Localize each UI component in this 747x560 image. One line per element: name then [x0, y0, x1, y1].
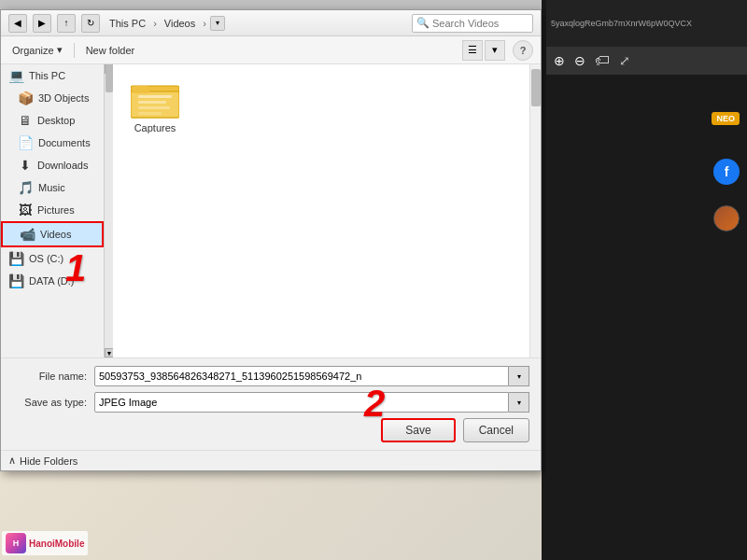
- documents-icon: 📄: [18, 135, 34, 150]
- sidebar-item-videos[interactable]: 📹 Videos: [1, 221, 104, 247]
- search-box[interactable]: 🔍: [412, 14, 533, 33]
- breadcrumb-path: This PC › Videos › ▾: [106, 16, 406, 31]
- sidebar-scrollbar[interactable]: ▲ ▼: [104, 64, 113, 357]
- svg-rect-7: [138, 106, 170, 109]
- sidebar-item-downloads[interactable]: ⬇ Downloads: [1, 154, 104, 176]
- sidebar-item-pictures[interactable]: 🖼 Pictures: [1, 199, 104, 221]
- hide-folders-arrow: ∧: [8, 455, 16, 467]
- sidebar-item-data-d[interactable]: 💾 DATA (D:): [1, 270, 104, 292]
- neo-badge: NEO: [712, 112, 740, 125]
- pictures-icon: 🖼: [18, 203, 33, 217]
- hide-folders-bar[interactable]: ∧ Hide Folders: [1, 450, 541, 470]
- main-scrollbar[interactable]: [529, 64, 541, 357]
- save-type-input-group: ▾: [94, 392, 529, 413]
- zoom-out-icon[interactable]: ⊖: [574, 53, 585, 68]
- sidebar-item-music[interactable]: 🎵 Music: [1, 176, 104, 199]
- refresh-button[interactable]: ↻: [81, 14, 100, 33]
- path-videos[interactable]: Videos: [161, 16, 199, 31]
- expand-icon[interactable]: ⤢: [619, 53, 630, 68]
- svg-rect-6: [138, 101, 166, 104]
- videos-icon: 📹: [20, 227, 35, 242]
- save-type-label: Save as type:: [12, 397, 87, 408]
- downloads-icon: ⬇: [18, 158, 33, 173]
- filename-input-group: ▾: [94, 366, 529, 386]
- right-panel: 5yaxqlogReGmb7mXnrW6pW0QVCX ⊕ ⊖ 🏷 ⤢ NEO …: [546, 0, 747, 560]
- zoom-toolbar: ⊕ ⊖ 🏷 ⤢: [546, 47, 747, 75]
- search-icon: 🔍: [416, 17, 430, 29]
- scroll-thumb[interactable]: [106, 64, 113, 92]
- logo-icon: H: [6, 533, 26, 553]
- logo-text: HanoiMobile: [29, 539, 84, 549]
- view-list-button[interactable]: ☰: [462, 40, 483, 61]
- music-icon: 🎵: [18, 180, 34, 195]
- main-area: Captures: [113, 64, 541, 357]
- file-save-dialog: ◀ ▶ ↑ ↻ This PC › Videos › ▾ 🔍 Organize …: [0, 9, 542, 471]
- cancel-button[interactable]: Cancel: [463, 418, 529, 442]
- sidebar-item-os-c[interactable]: 💾 OS (C:): [1, 247, 104, 270]
- up-button[interactable]: ↑: [57, 14, 76, 33]
- sidebar-item-documents[interactable]: 📄 Documents: [1, 132, 104, 154]
- sidebar-item-desktop[interactable]: 🖥 Desktop: [1, 109, 104, 132]
- dialog-toolbar: Organize ▾ New folder ☰ ▾ ?: [1, 36, 541, 64]
- save-type-row: Save as type: ▾: [12, 392, 529, 413]
- back-button[interactable]: ◀: [8, 14, 27, 33]
- organize-button[interactable]: Organize ▾: [8, 42, 66, 58]
- toolbar-separator: [74, 43, 75, 58]
- zoom-in-icon[interactable]: ⊕: [554, 53, 565, 68]
- dialog-buttons: Save Cancel: [12, 418, 529, 442]
- sidebar-item-3d-objects[interactable]: 📦 3D Objects: [1, 87, 104, 109]
- folder-icon: [131, 78, 179, 119]
- filename-input[interactable]: [94, 366, 509, 386]
- scroll-down-arrow[interactable]: ▼: [105, 348, 113, 357]
- logo-area: H HanoiMobile: [2, 531, 88, 555]
- view-dropdown-button[interactable]: ▾: [485, 40, 505, 61]
- new-folder-button[interactable]: New folder: [82, 43, 139, 58]
- hide-folders-label: Hide Folders: [20, 455, 78, 467]
- svg-rect-5: [138, 95, 172, 98]
- forward-button[interactable]: ▶: [33, 14, 51, 33]
- avatar-icon: [713, 205, 740, 231]
- save-type-dropdown[interactable]: ▾: [509, 392, 529, 413]
- dialog-body: 💻 This PC 📦 3D Objects 🖥 Desktop 📄 Docum…: [1, 64, 541, 357]
- data-d-icon: 💾: [8, 273, 24, 288]
- filename-dropdown[interactable]: ▾: [509, 366, 529, 386]
- path-this-pc[interactable]: This PC: [106, 16, 149, 31]
- main-file-content: Captures: [113, 64, 529, 357]
- captures-folder-label: Captures: [134, 122, 176, 133]
- filename-row: File name: ▾: [12, 366, 529, 386]
- svg-rect-4: [133, 86, 149, 93]
- captures-folder[interactable]: Captures: [122, 74, 188, 138]
- dialog-titlebar: ◀ ▶ ↑ ↻ This PC › Videos › ▾ 🔍: [1, 10, 541, 36]
- dialog-bottom: File name: ▾ Save as type: ▾ Save Cancel: [1, 357, 541, 450]
- path-dropdown[interactable]: ▾: [210, 16, 225, 31]
- sidebar: 💻 This PC 📦 3D Objects 🖥 Desktop 📄 Docum…: [1, 64, 113, 357]
- 3d-objects-icon: 📦: [18, 91, 34, 105]
- main-scroll-thumb[interactable]: [531, 69, 541, 106]
- view-options: ☰ ▾: [462, 40, 505, 61]
- save-button[interactable]: Save: [381, 418, 455, 442]
- this-pc-icon: 💻: [8, 68, 24, 83]
- svg-rect-8: [138, 112, 162, 115]
- right-panel-title: 5yaxqlogReGmb7mXnrW6pW0QVCX: [546, 0, 747, 47]
- sidebar-item-this-pc[interactable]: 💻 This PC: [1, 64, 104, 87]
- help-button[interactable]: ?: [513, 40, 533, 61]
- search-input[interactable]: [432, 18, 516, 29]
- desktop-icon: 🖥: [18, 113, 33, 128]
- tag-icon[interactable]: 🏷: [595, 52, 610, 69]
- social-icon[interactable]: f: [713, 159, 740, 185]
- right-content-area: NEO f: [546, 75, 747, 560]
- sidebar-items-list: 💻 This PC 📦 3D Objects 🖥 Desktop 📄 Docum…: [1, 64, 104, 357]
- os-c-icon: 💾: [8, 251, 24, 266]
- background-image-area: H HanoiMobile: [0, 471, 542, 560]
- save-type-input[interactable]: [94, 392, 509, 413]
- filename-label: File name:: [12, 371, 87, 382]
